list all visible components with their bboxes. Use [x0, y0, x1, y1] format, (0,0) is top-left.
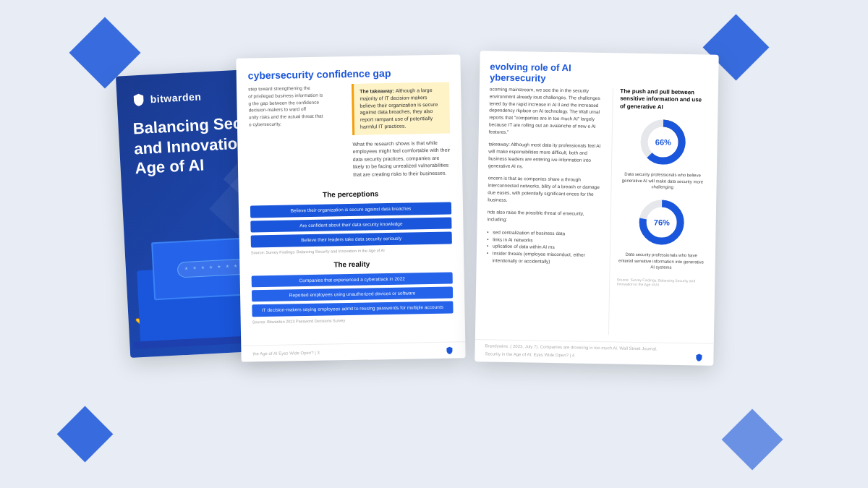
bar-reality-2: Reported employees using unauthorized de…	[252, 286, 453, 301]
middle-footer: the Age of AI Eyes Wide Open? | 3	[241, 341, 465, 361]
front-page: evolving role of AI ybersecurity ocoming…	[475, 51, 718, 366]
source-2: Source: Bitwarden 2023 Password Decision…	[252, 316, 454, 324]
bar-reality-1: Companies that experienced a cyberattack…	[252, 272, 453, 287]
front-nds: nds also raise the possible threat of er…	[488, 208, 605, 224]
front-footer: Brandywine. ( 2023, July 7). Companies a…	[475, 339, 713, 366]
pages-container: bitwarden Balancing Security and Innovat…	[109, 42, 760, 447]
middle-left-text: step toward strengthening theof privileg…	[248, 84, 347, 188]
diamond-decoration-bottom-left	[57, 406, 114, 462]
cybersecurity-text: ybersecurity	[490, 72, 546, 83]
donut-chart-1: 66%	[637, 116, 689, 168]
donut-label-2: 76%	[654, 218, 670, 226]
evolving-role-text: evolving role of AI	[490, 61, 571, 73]
chart-caption-2: Data security professionals who have ent…	[618, 251, 705, 270]
front-two-col: ocoming mainstream, we see the in the se…	[485, 85, 708, 336]
bar-perceptions-2: Are confident about their data security …	[250, 217, 451, 232]
middle-section-title: cybersecurity confidence gap	[248, 66, 449, 81]
front-concern: oncern is that as companies share a thro…	[488, 174, 605, 205]
right-col-title: The push and pull between sensitive info…	[620, 87, 708, 111]
donut-chart-2: 76%	[636, 197, 687, 248]
perceptions-title: The perceptions	[250, 188, 451, 200]
front-footer-logo	[694, 353, 703, 361]
front-right-col: The push and pull between sensitive info…	[608, 87, 707, 336]
cover-logo-text: bitwarden	[150, 90, 201, 105]
bullet-4: Insider threats (employee misconduct, ei…	[487, 249, 604, 265]
bar-perceptions-1: Believe their organization is secure aga…	[250, 202, 451, 217]
reality-title: The reality	[251, 258, 452, 270]
takeaway-content: The takeaway: Although a large majority …	[352, 82, 450, 134]
front-body-1: ocoming mainstream, we see the in the se…	[489, 85, 607, 137]
takeaway-title: The takeaway:	[359, 87, 394, 93]
source-1: Source: Survey Findings: Balancing Secur…	[251, 247, 452, 254]
middle-footer-logo	[445, 346, 454, 354]
donut-label-1: 66%	[655, 137, 671, 146]
front-left-col: ocoming mainstream, we see the in the se…	[485, 85, 606, 334]
middle-page-content: cybersecurity confidence gap step toward…	[236, 54, 465, 361]
body-text: What the research shows is that while em…	[352, 139, 451, 179]
middle-page: cybersecurity confidence gap step toward…	[236, 54, 465, 361]
bar-reality-3: IT decision-makers saying employees admi…	[252, 301, 453, 317]
middle-takeaway-box: The takeaway: Although a large majority …	[352, 82, 451, 186]
chart-caption-1: Data security professionals who believe …	[619, 171, 706, 190]
middle-footer-text: the Age of AI Eyes Wide Open? | 3	[252, 350, 319, 356]
bar-perceptions-3: Believe their leaders take data security…	[251, 231, 452, 247]
scene: bitwarden Balancing Security and Innovat…	[36, 20, 832, 468]
front-section-header: evolving role of AI ybersecurity	[490, 61, 708, 86]
front-source: Source: Survey Findings: Balancing Secur…	[617, 277, 705, 287]
front-content: evolving role of AI ybersecurity ocoming…	[475, 51, 718, 366]
front-footer-text: Security in the Age of AI: Eyes Wide Ope…	[485, 351, 574, 357]
bitwarden-logo-icon	[131, 92, 146, 107]
front-takeaway: takeaway: Although most data ity profess…	[488, 140, 605, 171]
